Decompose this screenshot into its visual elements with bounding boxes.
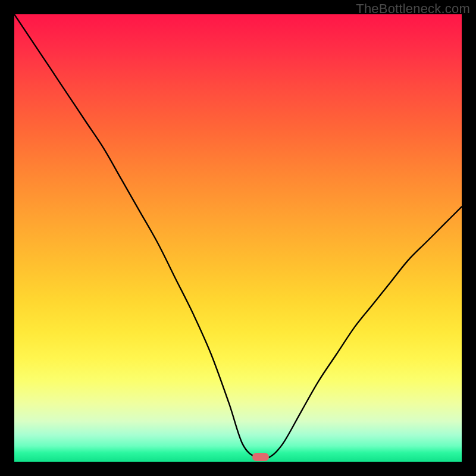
curve-path: [14, 14, 462, 459]
optimal-marker: [252, 453, 269, 461]
watermark-label: TheBottleneck.com: [356, 1, 470, 17]
bottleneck-curve: [14, 14, 462, 462]
plot-area: [14, 14, 462, 462]
chart-frame: TheBottleneck.com: [0, 0, 476, 476]
